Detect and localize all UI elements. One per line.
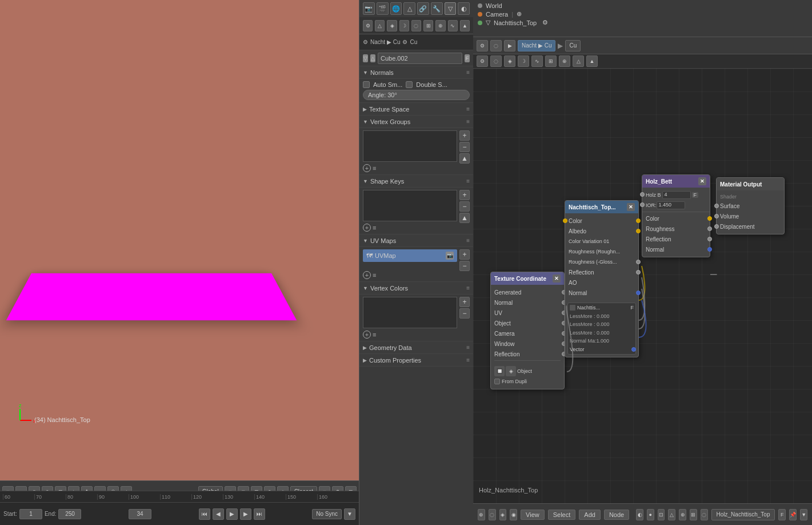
node-tb-icon3[interactable]: ▶: [504, 40, 515, 51]
nachttisch-close[interactable]: ✕: [627, 203, 635, 211]
vg-remove-btn[interactable]: −: [459, 142, 470, 152]
scene-icon[interactable]: 🎬: [377, 2, 389, 15]
material-output-node[interactable]: Material Output Shader Surface Volume Di…: [716, 177, 785, 234]
scene-item-camera[interactable]: Camera | ⊕: [478, 10, 807, 18]
nbb-shader-icon7[interactable]: ◌: [701, 509, 708, 520]
node-editor[interactable]: World Camera | ⊕ ▽ Nachttisch_Top ⚙ ⚙ ◌ …: [473, 0, 812, 525]
nbb-pin-icon[interactable]: 📌: [789, 509, 797, 520]
sk-plus-icon[interactable]: +: [363, 224, 371, 232]
props-icon4[interactable]: ☽: [399, 20, 409, 31]
add-btn[interactable]: Add: [579, 510, 601, 520]
scene-item-world[interactable]: World: [478, 2, 807, 9]
prev-start-btn[interactable]: ⏮: [199, 508, 210, 520]
nb-icon7[interactable]: ⊕: [559, 55, 570, 67]
texcoord-obj-icon2[interactable]: ◈: [506, 366, 516, 376]
texture-coordinate-node[interactable]: Texture Coordinate ✕ Generated Normal UV…: [490, 272, 565, 389]
uv-plus-icon[interactable]: +: [363, 271, 371, 279]
data-icon[interactable]: ▽: [445, 2, 457, 15]
nbb-icon4[interactable]: ◉: [510, 509, 517, 520]
next-end-btn[interactable]: ⏭: [254, 508, 265, 520]
texcoord-obj-icon[interactable]: 🔲: [494, 366, 505, 376]
nachttisch-node[interactable]: Nachttisch_Top... ✕ Color Albedo Color V…: [565, 200, 639, 357]
props-icon3[interactable]: ◈: [387, 20, 397, 31]
nbb-icon2[interactable]: ◌: [489, 509, 496, 520]
node-grid-area[interactable]: Texture Coordinate ✕ Generated Normal UV…: [473, 69, 812, 503]
current-frame-input[interactable]: [129, 509, 151, 519]
nb-icon1[interactable]: ⚙: [477, 55, 488, 67]
props-icon5[interactable]: ◌: [411, 20, 421, 31]
custom-properties-header[interactable]: ▶ Custom Properties ≡: [359, 354, 473, 367]
node-nacht-btn[interactable]: Nacht ▶ Cu: [518, 40, 555, 51]
from-dupli-checkbox[interactable]: [494, 379, 500, 384]
view-btn[interactable]: View: [521, 510, 545, 520]
node-tb-icon2[interactable]: ◌: [490, 40, 502, 51]
nbb-shader-icon2[interactable]: ●: [647, 509, 654, 520]
vg-plus-icon[interactable]: +: [363, 164, 371, 172]
normals-section-header[interactable]: ▼ Normals ≡: [359, 66, 473, 79]
nbb-icon1[interactable]: ⊕: [478, 509, 485, 520]
holz-bett-close[interactable]: ✕: [698, 177, 706, 185]
nbb-shader-icon5[interactable]: ⊕: [679, 509, 686, 520]
sync-dropdown[interactable]: No Sync: [312, 509, 342, 519]
node-menu-btn[interactable]: Node: [604, 510, 629, 520]
uv-map-item[interactable]: 🗺 UVMap 📷: [363, 249, 457, 262]
sk-remove-btn[interactable]: −: [459, 201, 470, 212]
uv-maps-header[interactable]: ▼ UV Maps ≡: [359, 234, 473, 247]
next-frame-btn[interactable]: ▶: [240, 508, 251, 520]
nb-icon5[interactable]: ∿: [531, 55, 543, 67]
geometry-data-menu[interactable]: ≡: [466, 344, 470, 351]
uv-camera-icon[interactable]: 📷: [446, 252, 454, 260]
render-icon[interactable]: 📷: [363, 2, 375, 15]
nbb-shader-icon4[interactable]: △: [668, 509, 675, 520]
geometry-data-header[interactable]: ▶ Geometry Data ≡: [359, 341, 473, 354]
vc-plus-icon[interactable]: +: [363, 331, 371, 339]
vg-move-up-btn[interactable]: ▲: [459, 153, 470, 164]
sk-add-btn[interactable]: +: [459, 190, 470, 200]
prev-frame-btn[interactable]: ◀: [213, 508, 224, 520]
start-frame-input[interactable]: [19, 509, 42, 519]
nbb-arrow-icon[interactable]: ▼: [800, 509, 807, 520]
vg-add-btn[interactable]: +: [459, 130, 470, 141]
props-icon1[interactable]: ⚙: [363, 20, 373, 31]
texture-space-header[interactable]: ▶ Texture Space ≡: [359, 103, 473, 116]
props-icon2[interactable]: △: [375, 20, 385, 31]
select-btn[interactable]: Select: [548, 510, 576, 520]
vertex-colors-header[interactable]: ▼ Vertex Colors ≡: [359, 282, 473, 295]
nbb-f-btn[interactable]: F: [778, 509, 786, 520]
nbb-shader-icon3[interactable]: ⊡: [658, 509, 665, 520]
sk-move-btn[interactable]: ▲: [459, 213, 470, 223]
object-name-input[interactable]: [378, 53, 462, 64]
double-sided-checkbox[interactable]: [406, 81, 413, 88]
end-frame-input[interactable]: [58, 509, 81, 519]
hb-value[interactable]: 4: [662, 191, 691, 199]
shape-keys-menu[interactable]: ≡: [466, 178, 470, 184]
play-btn[interactable]: ▶: [226, 508, 238, 520]
props-icon9[interactable]: ▲: [460, 20, 470, 31]
nbb-shader-icon6[interactable]: ⊞: [690, 509, 697, 520]
props-icon7[interactable]: ⊕: [435, 20, 445, 31]
node-tb-icon1[interactable]: ⚙: [477, 40, 488, 51]
sync-icon[interactable]: ▼: [344, 508, 355, 520]
material-icon[interactable]: ◐: [458, 2, 470, 15]
texture-space-menu[interactable]: ≡: [466, 106, 470, 112]
vc-remove-btn[interactable]: −: [459, 308, 470, 319]
angle-input[interactable]: [363, 90, 470, 100]
uv-add-btn[interactable]: +: [459, 249, 470, 260]
nb-icon3[interactable]: ◈: [504, 55, 515, 67]
world-icon[interactable]: 🌐: [390, 2, 402, 15]
nb-icon6[interactable]: ⊞: [545, 55, 557, 67]
vertex-groups-menu[interactable]: ≡: [466, 118, 470, 125]
props-icon8[interactable]: ∿: [448, 20, 458, 31]
scene-item-nachttisch[interactable]: ▽ Nachttisch_Top ⚙: [478, 19, 807, 26]
material-name-display[interactable]: Holz_Nachttisch_Top: [711, 509, 775, 520]
texcoord-close[interactable]: ✕: [553, 275, 561, 283]
object-icon[interactable]: △: [403, 2, 415, 15]
normals-menu[interactable]: ≡: [466, 69, 470, 75]
viewport-left[interactable]: x z (34) Nachttisch_Top: [0, 0, 359, 480]
nb-icon4[interactable]: ☽: [518, 55, 529, 67]
holz-bett-node[interactable]: Holz_Bett ✕ Holz B 4 F IOR: 1.450: [642, 174, 710, 257]
constraint-icon[interactable]: 🔗: [417, 2, 429, 15]
nachttisch-sub-node[interactable]: Nachttis... F LessMore : 0.000 LessMore …: [567, 303, 636, 355]
props-icon6[interactable]: ⊞: [423, 20, 433, 31]
auto-smooth-checkbox[interactable]: [363, 81, 370, 88]
